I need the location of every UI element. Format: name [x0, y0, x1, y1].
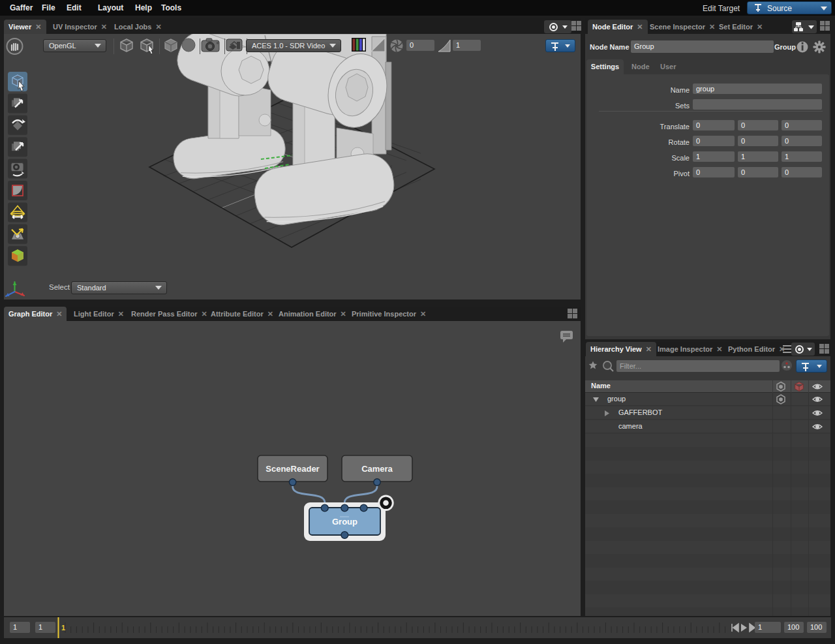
svg-text:1: 1 [61, 624, 65, 632]
svg-text:Camera: Camera [361, 464, 393, 474]
svg-text:SceneReader: SceneReader [266, 464, 319, 474]
svg-text:Group: Group [332, 517, 357, 527]
